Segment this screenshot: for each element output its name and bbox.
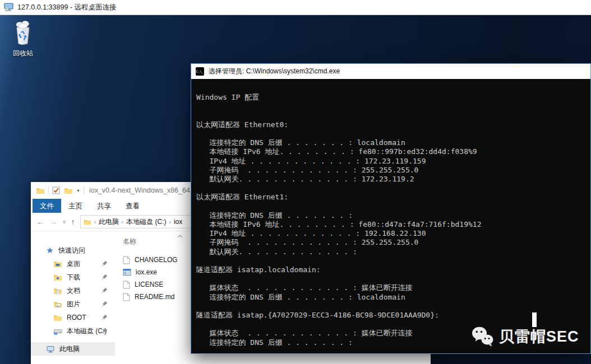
- file-name: LICENSE: [135, 281, 163, 288]
- pin-icon: [101, 260, 108, 267]
- sidebar-item-label: 快速访问: [58, 246, 85, 255]
- divider: [84, 186, 84, 194]
- sidebar-item-root[interactable]: ROOT: [31, 311, 115, 324]
- rdp-session-screen: 127.0.0.1:33899 - 远程桌面连接: [0, 0, 591, 364]
- file-name: CHANGELOG: [135, 256, 178, 264]
- recycle-bin-shortcut[interactable]: 回收站: [7, 20, 39, 58]
- file-name: iox.exe: [136, 268, 157, 276]
- divider: [48, 186, 49, 194]
- sidebar-item-label: ROOT: [67, 314, 86, 321]
- pin-icon: [101, 314, 108, 320]
- sidebar-item-quick-access[interactable]: 快速访问: [31, 244, 115, 257]
- local-disk-icon: [53, 327, 62, 335]
- recycle-bin-icon: [11, 20, 35, 45]
- documents-folder-icon: [53, 287, 62, 295]
- sidebar-item-label: 本地磁盘 (C:): [67, 326, 107, 336]
- sidebar-item-local-disk-c[interactable]: 本地磁盘 (C:): [31, 324, 115, 338]
- watermark-text: 贝雷帽SEC: [499, 326, 579, 347]
- file-icon: [123, 293, 130, 301]
- pictures-folder-icon: [53, 300, 62, 308]
- root-folder-icon: [53, 314, 62, 321]
- recycle-bin-label: 回收站: [7, 49, 39, 58]
- explorer-folder-icon: [36, 186, 45, 194]
- forward-icon[interactable]: →: [49, 218, 57, 226]
- cmd-icon: C:\_: [196, 67, 204, 76]
- breadcrumb-separator: ›: [94, 219, 96, 225]
- column-header-name[interactable]: 名称: [123, 237, 136, 246]
- pin-icon: [101, 274, 108, 280]
- pin-icon: [101, 328, 108, 334]
- new-folder-icon[interactable]: [64, 186, 73, 194]
- downloads-folder-icon: [53, 273, 62, 281]
- file-icon: [123, 281, 130, 289]
- sidebar-item-label: 图片: [67, 300, 80, 309]
- desktop-folder-icon: [53, 260, 62, 268]
- sidebar-item-desktop[interactable]: 桌面: [31, 257, 115, 270]
- tab-file[interactable]: 文件: [33, 199, 61, 213]
- tab-home[interactable]: 主页: [61, 199, 90, 213]
- exe-icon: [123, 268, 131, 276]
- sidebar-item-downloads[interactable]: 下载: [31, 270, 115, 284]
- breadcrumb-iox[interactable]: iox: [174, 218, 182, 226]
- wechat-icon: [472, 325, 494, 348]
- quick-access-checkbox-icon[interactable]: [52, 186, 61, 195]
- this-pc-icon: [46, 345, 55, 353]
- watermark: 贝雷帽SEC: [472, 325, 579, 348]
- rdp-icon: [4, 3, 13, 12]
- breadcrumb-separator: ›: [169, 219, 171, 225]
- sidebar-item-label: 此电脑: [59, 344, 80, 354]
- breadcrumb-local-disk[interactable]: 本地磁盘 (C:): [126, 217, 166, 227]
- rdp-title-bar[interactable]: 127.0.0.1:33899 - 远程桌面连接: [0, 0, 591, 15]
- address-folder-icon: [84, 218, 91, 225]
- file-name: README.md: [135, 293, 174, 301]
- customize-toolbar-dropdown-icon[interactable]: ▼: [76, 189, 80, 193]
- sidebar-item-pictures[interactable]: 图片: [31, 297, 115, 311]
- rdp-title-text: 127.0.0.1:33899 - 远程桌面连接: [17, 3, 116, 12]
- sidebar-item-this-pc[interactable]: 此电脑: [31, 342, 115, 356]
- breadcrumb-this-pc[interactable]: 此电脑: [99, 217, 119, 227]
- recent-locations-icon[interactable]: ∨: [62, 220, 66, 225]
- sidebar-item-label: 文档: [67, 286, 80, 296]
- sidebar-item-documents[interactable]: 文档: [31, 284, 115, 297]
- back-icon[interactable]: ←: [36, 218, 44, 226]
- ipconfig-output: Windows IP 配置 以太网适配器 Ethernet0: 连接特定的 DN…: [191, 79, 590, 347]
- explorer-window-title: iox_v0.4-next_Windows_x86_64: [89, 186, 190, 194]
- sidebar-item-label: 桌面: [67, 259, 80, 269]
- cmd-title-bar[interactable]: C:\_ 选择管理员: C:\Windows\system32\cmd.exe: [191, 64, 590, 79]
- cmd-title-text: 选择管理员: C:\Windows\system32\cmd.exe: [209, 67, 340, 76]
- cmd-console-area[interactable]: Windows IP 配置 以太网适配器 Ethernet0: 连接特定的 DN…: [191, 79, 590, 353]
- sort-ascending-icon[interactable]: [177, 235, 183, 238]
- tab-view[interactable]: 查看: [118, 199, 147, 213]
- up-icon[interactable]: ↑: [71, 218, 75, 226]
- sidebar-item-label: 下载: [67, 273, 80, 282]
- cmd-window: C:\_ 选择管理员: C:\Windows\system32\cmd.exe …: [191, 63, 591, 354]
- file-icon: [123, 256, 130, 264]
- tab-share[interactable]: 共享: [90, 199, 118, 213]
- pin-icon: [101, 301, 108, 307]
- pin-icon: [101, 287, 108, 293]
- quick-access-star-icon: [46, 246, 54, 254]
- navigation-pane: 快速访问 桌面 下载: [31, 231, 115, 364]
- breadcrumb-separator: ›: [122, 219, 123, 225]
